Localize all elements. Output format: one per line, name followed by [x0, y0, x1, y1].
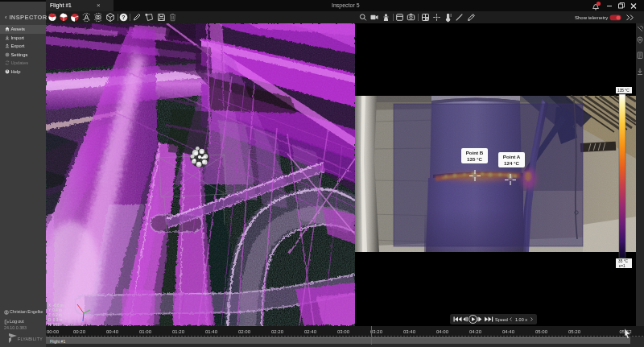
svg-text:Point B: Point B	[466, 150, 484, 155]
svg-text:124 °C: 124 °C	[504, 160, 520, 166]
svg-text:?: ?	[122, 14, 125, 20]
svg-text:Point A: Point A	[503, 154, 521, 159]
svg-text:Z: 6.2 m: Z: 6.2 m	[48, 313, 62, 317]
svg-text:35 °C: 35 °C	[618, 259, 629, 263]
svg-text:135 °C: 135 °C	[467, 156, 483, 162]
svg-text:D: 0.3 m: D: 0.3 m	[48, 318, 63, 322]
svg-text:FLYABILITY: FLYABILITY	[18, 337, 43, 341]
svg-text:Y: 0.4 m: Y: 0.4 m	[48, 308, 62, 312]
svg-text:Show telemetry: Show telemetry	[575, 15, 608, 20]
svg-text:ε=1: ε=1	[619, 264, 625, 268]
svg-text:X: -6.6 m: X: -6.6 m	[48, 304, 64, 308]
svg-text:135 °C: 135 °C	[617, 89, 630, 93]
svg-text:1.00 x: 1.00 x	[515, 317, 527, 322]
svg-text:Speed: Speed	[495, 317, 508, 322]
